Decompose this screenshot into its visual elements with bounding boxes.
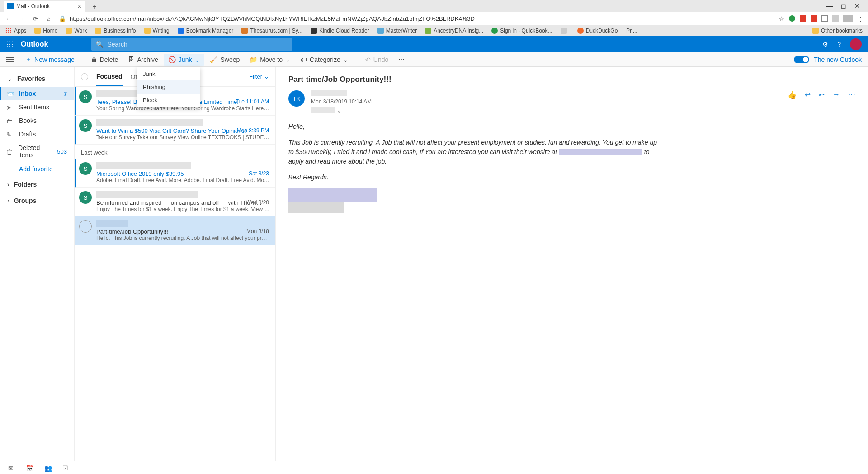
reply-all-icon[interactable]: ⤺ (819, 90, 825, 99)
bookmark-item[interactable] (561, 28, 569, 34)
nav-sent[interactable]: ➤Sent Items (0, 100, 74, 114)
message-toolbar: ＋ New message 🗑Delete 🗄Archive 🚫Junk⌄ 🧹S… (0, 52, 868, 67)
chevron-down-icon: ⌄ (285, 56, 291, 63)
folder-icon (34, 28, 41, 34)
groups-section[interactable]: ›Groups (0, 192, 74, 209)
message-item-selected[interactable]: ○ Part-time/Job Opportunity!!! Hello. Th… (75, 216, 275, 245)
bookmark-item[interactable]: Sign in - QuickBook... (491, 28, 552, 34)
extension-icon[interactable] (789, 15, 795, 22)
mail-module-icon[interactable]: ✉ (8, 465, 15, 471)
close-window-icon[interactable]: ✕ (854, 2, 860, 9)
junk-dropdown: Junk Phishing Block (137, 67, 200, 107)
message-date: Mon 3/18/2019 10:14 AM (311, 99, 372, 105)
reply-icon[interactable]: ↩ (805, 90, 811, 99)
body-regards: Best Regards. (288, 173, 664, 182)
home-icon[interactable]: ⌂ (45, 15, 52, 22)
profile-icon[interactable] (843, 15, 853, 22)
chevron-down-icon: ⌄ (7, 75, 13, 82)
apps-button[interactable]: Apps (5, 28, 26, 34)
junk-menu-block[interactable]: Block (137, 94, 200, 107)
search-box[interactable]: 🔍 Search (91, 38, 292, 51)
nav-drafts[interactable]: ✎Drafts (0, 127, 74, 141)
like-icon[interactable]: 👍 (788, 90, 797, 99)
tasks-module-icon[interactable]: ☑ (62, 465, 70, 471)
junk-menu-junk[interactable]: Junk (137, 67, 200, 80)
bookmark-item[interactable]: Bookmark Manager (178, 28, 234, 34)
help-icon[interactable]: ? (837, 41, 841, 48)
tab-title: Mail - Outlook (16, 3, 50, 9)
new-tab-button[interactable]: + (89, 2, 100, 12)
archive-button[interactable]: 🗄Archive (123, 54, 163, 66)
back-icon[interactable]: ← (5, 15, 12, 22)
message-item[interactable]: S Be informed and inspired — on campus a… (75, 188, 275, 216)
nav-books[interactable]: 🗀Books (0, 114, 74, 127)
delete-button[interactable]: 🗑Delete (86, 54, 123, 66)
bookmark-item[interactable]: Kindle Cloud Reader (311, 28, 369, 34)
more-actions-icon[interactable]: ⋯ (848, 90, 855, 99)
filter-button[interactable]: Filter⌄ (249, 73, 269, 80)
url-text: https://outlook.office.com/mail/inbox/id… (70, 15, 475, 22)
bookmark-item[interactable]: Work (66, 28, 87, 34)
select-checkbox[interactable]: ○ (79, 220, 92, 233)
sweep-button[interactable]: 🧹Sweep (205, 54, 244, 66)
other-bookmarks[interactable]: Other bookmarks (812, 28, 863, 34)
extension-icon[interactable] (800, 15, 806, 22)
account-avatar[interactable] (850, 38, 862, 50)
extension-icon[interactable] (832, 15, 839, 22)
calendar-module-icon[interactable]: 📅 (26, 465, 33, 471)
message-item[interactable]: S Want to Win a $500 Visa Gift Card? Sha… (75, 116, 275, 145)
chevron-down-icon: ⌄ (194, 56, 200, 63)
sender-name-redacted (311, 90, 347, 96)
junk-menu-phishing[interactable]: Phishing (137, 80, 200, 94)
favorites-section[interactable]: ⌄Favorites (0, 70, 74, 87)
bookmark-item[interactable]: Business info (95, 28, 136, 34)
nav-deleted[interactable]: 🗑Deleted Items503 (0, 141, 74, 162)
site-icon (241, 28, 248, 34)
undo-button[interactable]: ↶Undo (361, 54, 393, 66)
undo-icon: ↶ (365, 56, 371, 63)
outlook-brand[interactable]: Outlook (21, 40, 48, 48)
select-all-checkbox[interactable] (81, 73, 88, 80)
new-message-button[interactable]: ＋ New message (21, 53, 79, 66)
extension-icon[interactable] (821, 15, 828, 22)
chrome-menu-icon[interactable]: ⋮ (858, 15, 863, 22)
bookmark-item[interactable]: Writing (144, 28, 170, 34)
more-actions-button[interactable]: ⋯ (394, 54, 409, 66)
window-controls: — ◻ ✕ (826, 0, 868, 12)
bookmark-item[interactable]: Home (34, 28, 57, 34)
minimize-icon[interactable]: — (826, 2, 833, 9)
star-icon[interactable]: ☆ (779, 15, 784, 22)
tab-focused[interactable]: Focused (96, 67, 123, 86)
new-outlook-toggle[interactable] (794, 56, 809, 63)
message-item[interactable]: S Microsoft Office 2019 only $39.95 Adob… (75, 159, 275, 188)
move-to-button[interactable]: 📁Move to⌄ (245, 54, 295, 66)
inbox-icon: 📨 (6, 90, 14, 97)
browser-tab[interactable]: Mail - Outlook × (4, 1, 85, 12)
folders-section[interactable]: ›Folders (0, 176, 74, 192)
maximize-icon[interactable]: ◻ (841, 2, 846, 9)
bookmark-item[interactable]: AncestryDNA Insig... (425, 28, 483, 34)
junk-button[interactable]: 🚫Junk⌄ (164, 54, 205, 66)
nav-inbox[interactable]: 📨Inbox7 (0, 87, 74, 100)
extension-icon[interactable] (811, 15, 817, 22)
address-bar[interactable]: 🔒 https://outlook.office.com/mail/inbox/… (59, 15, 773, 22)
app-launcher-icon[interactable] (6, 41, 14, 48)
forward-icon[interactable]: → (18, 15, 25, 22)
outlook-header: Outlook 🔍 Search ⚙ ? (0, 36, 868, 52)
add-favorite-button[interactable]: Add favorite (0, 162, 74, 176)
lock-icon: 🔒 (59, 15, 66, 22)
chevron-right-icon: › (7, 197, 9, 204)
bookmark-item[interactable]: MasterWriter (377, 28, 417, 34)
people-module-icon[interactable]: 👥 (44, 465, 52, 471)
close-tab-icon[interactable]: × (78, 3, 81, 10)
categorize-button[interactable]: 🏷Categorize⌄ (296, 54, 353, 66)
chevron-down-icon: ⌄ (343, 56, 349, 63)
hamburger-icon[interactable] (6, 57, 14, 62)
settings-icon[interactable]: ⚙ (822, 41, 828, 48)
module-switcher: ✉ 📅 👥 ☑ (0, 461, 868, 474)
bookmark-item[interactable]: Thesaurus.com | Sy... (241, 28, 302, 34)
bookmark-item[interactable]: DuckDuckGo — Pri... (577, 28, 637, 34)
expand-recipients-icon[interactable]: ⌄ (336, 107, 342, 114)
reload-icon[interactable]: ⟳ (32, 15, 39, 22)
forward-icon[interactable]: → (833, 90, 840, 99)
